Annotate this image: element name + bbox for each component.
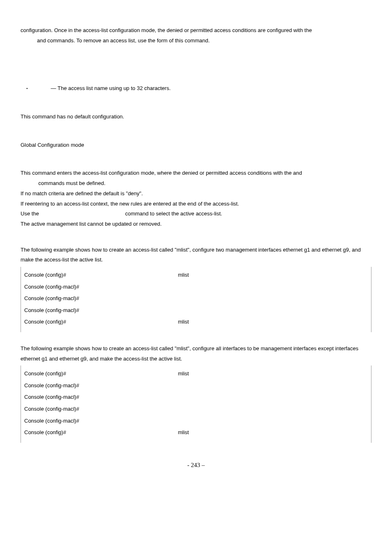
example1-caption: The following example shows how to creat… [21, 245, 371, 265]
prompt: Console (config-macl)# [24, 403, 82, 415]
spacer [21, 55, 371, 83]
arg: mlist [176, 316, 189, 328]
document-page: configuration. Once in the access-list c… [0, 0, 392, 555]
example2-codebox: Console (config)# mlist Console (config-… [21, 365, 371, 443]
prompt: Console (config-macl)# [24, 293, 82, 305]
code-row: Console (config)# mlist [24, 316, 368, 328]
guide-line-5: The active management list cannot be upd… [21, 219, 371, 229]
spacer [21, 131, 371, 140]
code-row: Console (config)# mlist [24, 269, 368, 281]
guide-line-2: If no match criteria are defined the def… [21, 189, 371, 199]
mode-block: Global Configuration mode [21, 140, 371, 150]
params-block: — The access list name using up to 32 ch… [21, 83, 371, 94]
prompt: Console (config-macl)# [24, 281, 82, 293]
param-item: — The access list name using up to 32 ch… [21, 83, 371, 94]
intro-block: configuration. Once in the access-list c… [21, 25, 371, 46]
code-row: Console (config-macl)# [24, 281, 368, 293]
guide-4a: Use the [21, 210, 40, 217]
example2-caption: The following example shows how to creat… [21, 344, 371, 364]
guide-line-1: This command enters the access-list conf… [21, 168, 371, 188]
prompt: Console (config-macl)# [24, 391, 82, 403]
guidelines-block: This command enters the access-list conf… [21, 168, 371, 229]
arg: mlist [176, 427, 189, 439]
code-row: Console (config-macl)# [24, 403, 368, 415]
page-number: - 243 – [21, 459, 371, 471]
code-row: Console (config)# mlist [24, 427, 368, 439]
guide-line-4: Use the command to select the active acc… [21, 209, 371, 219]
code-row: Console (config-macl)# [24, 305, 368, 317]
guide-4b: command to select the active access-list… [125, 210, 222, 217]
spacer [21, 103, 371, 112]
prompt: Console (config-macl)# [24, 380, 82, 392]
code-row: Console (config-macl)# [24, 391, 368, 403]
default-block: This command has no default configuratio… [21, 112, 371, 122]
example1-codebox: Console (config)# mlist Console (config-… [21, 267, 371, 332]
param-text: — The access list name using up to 32 ch… [49, 85, 171, 91]
spacer [21, 159, 371, 168]
prompt: Console (config-macl)# [24, 415, 82, 427]
prompt: Console (config)# [24, 316, 82, 328]
intro-cont: and commands. To remove an access list, … [21, 36, 210, 46]
param-list: — The access list name using up to 32 ch… [21, 83, 371, 94]
arg: mlist [176, 269, 189, 281]
prompt: Console (config)# [24, 269, 82, 281]
content-area: configuration. Once in the access-list c… [21, 25, 371, 443]
prompt: Console (config-macl)# [24, 305, 82, 317]
code-row: Console (config-macl)# [24, 293, 368, 305]
guide-1a: This command enters the access-list conf… [21, 170, 302, 176]
arg: mlist [176, 368, 189, 380]
guide-1b: commands must be defined. [21, 178, 106, 189]
prompt: Console (config)# [24, 368, 82, 380]
prompt: Console (config)# [24, 427, 82, 439]
code-row: Console (config-macl)# [24, 380, 368, 392]
spacer [21, 238, 371, 245]
guide-line-3: If reentering to an access-list context,… [21, 199, 371, 209]
intro-sentence: configuration. Once in the access-list c… [21, 27, 312, 33]
mode-text: Global Configuration mode [21, 142, 84, 148]
code-row: Console (config-macl)# [24, 415, 368, 427]
default-text: This command has no default configuratio… [21, 113, 124, 120]
code-row: Console (config)# mlist [24, 368, 368, 380]
